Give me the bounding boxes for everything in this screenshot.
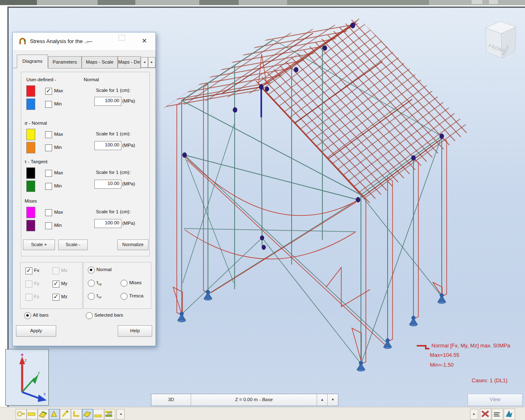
tab-scroll-right-icon[interactable]: ▸ [148, 57, 155, 68]
mz-checkbox[interactable] [52, 294, 59, 301]
tresca-radio-label: Tresca [129, 293, 144, 298]
min-color-swatch [26, 142, 35, 153]
normalize-button[interactable]: Normalize [117, 240, 148, 250]
axis-triad-panel: z y x [5, 349, 49, 406]
min-checkbox[interactable] [45, 101, 52, 108]
scale-input[interactable]: 100.00 [94, 219, 121, 228]
max-checkbox[interactable] [45, 88, 52, 95]
scale-plus-button[interactable]: Scale + [23, 240, 55, 250]
max-checkbox[interactable] [45, 209, 52, 216]
orbit-view-icon[interactable] [504, 409, 515, 420]
toolbar-segment [287, 0, 429, 5]
normal-radio[interactable] [88, 267, 95, 274]
top-toolbar-sliver [0, 0, 525, 5]
toolbar-segment [98, 0, 135, 5]
section-name: σ - Normal [25, 121, 47, 126]
fy-checkbox[interactable] [25, 281, 32, 288]
max-checkbox[interactable] [45, 131, 52, 138]
diagram-settings-group: User-defined - Normal Max Min Scale for … [21, 72, 150, 256]
y-axis-label: y [38, 370, 40, 375]
local-axis-icon[interactable] [71, 409, 82, 420]
supports-display-icon[interactable] [49, 409, 60, 420]
txy-radio-label: τxy [96, 280, 102, 286]
scale-input[interactable]: 10.00 [94, 180, 121, 189]
load-display-icon[interactable]: 123 [104, 409, 115, 420]
min-checkbox[interactable] [45, 222, 52, 229]
selected-bars-label: Selected bars [94, 313, 123, 317]
bar-display-icon[interactable] [27, 409, 38, 420]
legend-max: Max=104.55 [430, 352, 459, 358]
delete-view-icon[interactable] [480, 409, 491, 420]
max-label: Max [54, 210, 63, 215]
fz-checkbox[interactable] [25, 294, 32, 301]
diagram-display-icon[interactable] [93, 409, 104, 420]
deformation-display-icon[interactable] [82, 409, 93, 420]
annotation-icon[interactable] [492, 409, 503, 420]
panel-display-icon[interactable] [38, 409, 49, 420]
max-checkbox[interactable] [45, 170, 52, 177]
scale-label: Scale for 1 (cm): [96, 131, 130, 136]
tab-parameters[interactable]: Parameters [48, 56, 82, 68]
cases-label: Cases: 1 (DL1) [472, 377, 507, 383]
fx-label: Fx [34, 268, 39, 273]
view-cube[interactable]: FRONT RIGHT [477, 17, 522, 68]
tresca-radio[interactable] [121, 293, 128, 300]
view-button[interactable]: View [468, 394, 523, 406]
view-mode-tab[interactable]: 3D [151, 394, 191, 406]
my-checkbox[interactable] [52, 281, 59, 288]
tab-scroll-left-icon[interactable]: ◂ [141, 57, 148, 68]
min-color-swatch [26, 98, 35, 110]
selected-bars-radio[interactable] [86, 312, 93, 319]
min-label: Min [54, 101, 62, 106]
apply-button[interactable]: Apply [16, 325, 56, 337]
scroll-right-icon[interactable]: ▸ [470, 409, 478, 420]
node-display-icon[interactable] [16, 409, 27, 420]
txy-radio[interactable] [88, 280, 95, 287]
min-checkbox[interactable] [45, 144, 52, 151]
level-selector[interactable]: Z = 0.00 m - Base [191, 394, 317, 406]
tab-maps-def[interactable]: Maps - Def [118, 56, 141, 68]
mx-checkbox[interactable] [52, 267, 59, 274]
level-up-icon[interactable]: ▲ [317, 394, 328, 406]
stress-analysis-dialog[interactable]: Stress Analysis for the ... — ✕ Diagrams… [12, 32, 156, 346]
maximize-button[interactable] [119, 35, 125, 41]
legend-min: Min=-1.50 [430, 362, 454, 368]
z-axis-arrow [19, 356, 25, 364]
scale-label: Scale for 1 (cm): [96, 170, 130, 175]
all-bars-label: All bars [33, 313, 48, 317]
dialog-titlebar[interactable]: Stress Analysis for the ... — ✕ [13, 32, 155, 51]
mises-radio[interactable] [121, 280, 128, 287]
fx-checkbox[interactable] [25, 267, 32, 274]
tab-diagrams[interactable]: Diagrams [17, 55, 48, 68]
tab-maps-scale[interactable]: Maps - Scale [82, 56, 118, 68]
min-checkbox[interactable] [45, 183, 52, 190]
all-bars-radio[interactable] [24, 312, 31, 319]
scale-minus-button[interactable]: Scale - [58, 240, 88, 250]
scale-input[interactable]: 100.00 [94, 97, 121, 106]
minimize-button[interactable]: — [82, 37, 96, 46]
mises-radio-label: Mises [129, 280, 142, 285]
scroll-left-icon[interactable]: ◂ [116, 409, 125, 420]
x-axis-label: x [43, 392, 46, 396]
txz-radio[interactable] [88, 293, 95, 300]
section-header: Normal [84, 77, 99, 82]
scale-input[interactable]: 100.00 [94, 141, 121, 150]
scale-label: Scale for 1 (cm): [96, 88, 130, 93]
section-name: Mises [25, 199, 37, 203]
z-axis-label: z [25, 358, 27, 363]
toolbar-segment [0, 0, 37, 5]
legend-sample-icon [416, 344, 431, 350]
scale-unit: (MPa) [122, 143, 135, 148]
fy-label: Fy [34, 281, 39, 286]
scale-label: Scale for 1 (cm): [96, 209, 130, 214]
svg-text:123: 123 [107, 412, 112, 415]
mz-label: Mz [61, 294, 67, 299]
close-button[interactable]: ✕ [137, 37, 151, 46]
scale-unit: (MPa) [122, 98, 135, 103]
level-down-icon[interactable]: ▼ [328, 394, 338, 406]
axis-top-marker [21, 354, 23, 356]
help-button[interactable]: Help [118, 325, 152, 337]
section-shape-icon[interactable] [60, 409, 71, 420]
toolbar-segment [199, 0, 239, 5]
stress-type-group: Normal τxy τxz Mises Tresca [83, 262, 151, 309]
